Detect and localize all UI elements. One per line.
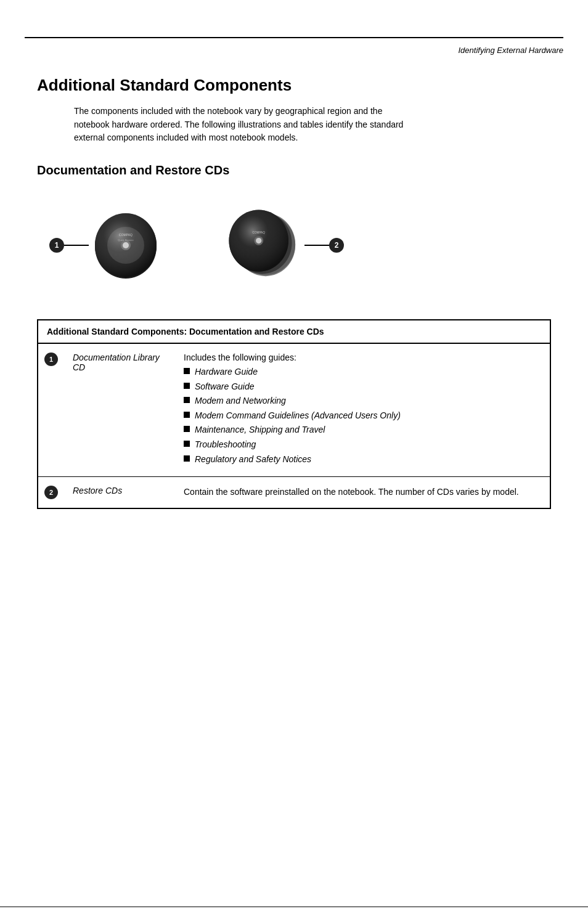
row1-desc: Includes the following guides: Hardware … <box>175 343 550 477</box>
main-content: Additional Standard Components The compo… <box>0 57 588 534</box>
page-container: Identifying External Hardware Additional… <box>0 37 588 909</box>
bullet-sq <box>184 383 190 389</box>
page-header: Identifying External Hardware <box>0 41 588 57</box>
row1-num: 1 <box>38 343 64 477</box>
page-footer: Getting Started 4–15 <box>0 907 588 909</box>
bullet-sq <box>184 455 190 462</box>
bullet-sq <box>184 441 190 447</box>
row2-num: 2 <box>38 477 64 509</box>
list-item: Regulatory and Safety Notices <box>184 454 541 466</box>
row2-name: Restore CDs <box>64 477 175 509</box>
bullet-list: Hardware Guide Software Guide Modem and … <box>184 366 541 465</box>
row1-circle: 1 <box>44 353 58 366</box>
table-row-2: 2 Restore CDs Contain the software prein… <box>38 477 550 509</box>
list-item: Software Guide <box>184 381 541 393</box>
svg-text:COMPAQ: COMPAQ <box>253 231 266 234</box>
intro-text: The components included with the noteboo… <box>74 105 419 145</box>
svg-point-14 <box>256 238 261 243</box>
svg-text:COMPAQ: COMPAQ <box>119 233 133 237</box>
list-item: Hardware Guide <box>184 366 541 378</box>
header-title: Identifying External Hardware <box>458 46 563 55</box>
cd-group-2: COMPAQ 2 <box>224 205 344 285</box>
cd2-stack: COMPAQ <box>224 205 304 285</box>
cd-illustrations: 1 <box>49 196 539 295</box>
bullet-sq <box>184 426 190 432</box>
svg-text:Quick Restore: Quick Restore <box>118 238 134 242</box>
cd2-number-badge: 2 <box>329 238 344 253</box>
list-item: Modem and Networking <box>184 395 541 407</box>
subsection-title: Documentation and Restore CDs <box>37 163 551 177</box>
table-row-1: 1 Documentation Library CD Includes the … <box>38 343 550 477</box>
cd-group-1: 1 <box>49 208 163 282</box>
row1-name: Documentation Library CD <box>64 343 175 477</box>
svg-point-5 <box>107 227 144 264</box>
cd1-number-badge: 1 <box>49 238 64 253</box>
cd1-connector <box>64 245 89 246</box>
cd2-connector <box>304 245 329 246</box>
list-item: Modem Command Guidelines (Advanced Users… <box>184 410 541 422</box>
main-title: Additional Standard Components <box>37 76 551 95</box>
table-header-row: Additional Standard Components: Document… <box>38 320 550 343</box>
row2-circle: 2 <box>44 486 58 499</box>
bullet-sq <box>184 368 190 374</box>
list-item: Troubleshooting <box>184 439 541 451</box>
list-item: Maintenance, Shipping and Travel <box>184 424 541 436</box>
includes-label: Includes the following guides: <box>184 353 541 362</box>
components-table: Additional Standard Components: Document… <box>37 319 551 509</box>
top-rule <box>25 37 563 38</box>
bullet-sq <box>184 412 190 418</box>
row2-desc: Contain the software preinstalled on the… <box>175 477 550 509</box>
cd1-disc: COMPAQ Quick Restore <box>89 208 163 282</box>
bullet-sq <box>184 397 190 403</box>
table-header-cell: Additional Standard Components: Document… <box>38 320 550 343</box>
